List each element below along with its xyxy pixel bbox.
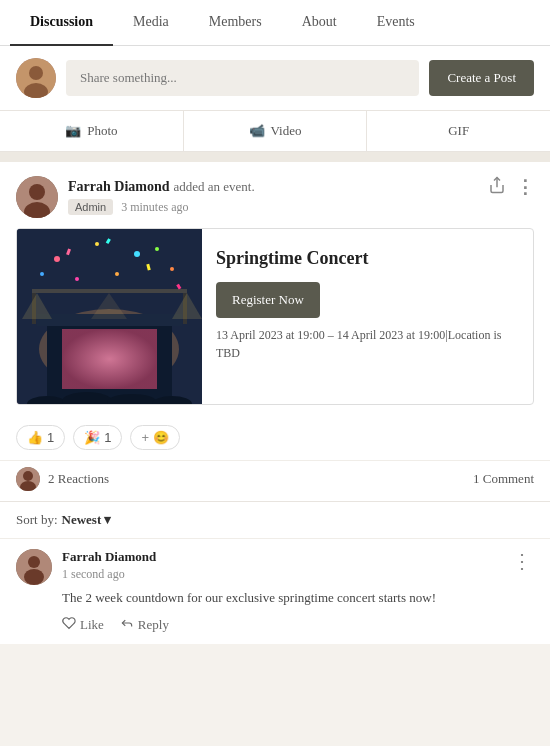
author-details: Farrah Diamond added an event. Admin 3 m…	[68, 179, 255, 215]
create-post-area: Create a Post	[0, 46, 550, 111]
add-reaction-button[interactable]: + 😊	[130, 425, 179, 450]
party-count: 1	[104, 430, 111, 445]
media-buttons: 📷 Photo 📹 Video GIF	[0, 111, 550, 152]
svg-point-26	[170, 267, 174, 271]
tab-about[interactable]: About	[282, 0, 357, 46]
svg-point-24	[95, 242, 99, 246]
svg-point-30	[40, 272, 44, 276]
tab-members[interactable]: Members	[189, 0, 282, 46]
like-action[interactable]: Like	[62, 616, 104, 634]
comment-item: Farrah Diamond 1 second ago ⋮ The 2 week…	[16, 549, 534, 634]
sort-label: Sort by:	[16, 512, 58, 528]
video-button[interactable]: 📹 Video	[184, 111, 368, 151]
comment-body: Farrah Diamond 1 second ago ⋮ The 2 week…	[62, 549, 534, 634]
svg-point-29	[115, 272, 119, 276]
post-timestamp: 3 minutes ago	[121, 200, 188, 215]
svg-rect-12	[62, 329, 157, 389]
svg-point-23	[54, 256, 60, 262]
tab-discussion[interactable]: Discussion	[10, 0, 113, 46]
comments-count[interactable]: 1 Comment	[473, 471, 534, 487]
event-card: Springtime Concert Register Now 13 April…	[16, 228, 534, 405]
separator	[0, 152, 550, 162]
more-options-icon[interactable]: ⋮	[516, 176, 534, 198]
author-avatar	[16, 176, 58, 218]
reply-label: Reply	[138, 617, 169, 633]
add-reaction-label: + 😊	[141, 430, 168, 445]
gif-button[interactable]: GIF	[367, 111, 550, 151]
sort-value-text: Newest	[62, 512, 102, 528]
photo-label: Photo	[87, 123, 117, 139]
author-meta: Admin 3 minutes ago	[68, 199, 255, 215]
tab-media[interactable]: Media	[113, 0, 189, 46]
sort-row: Sort by: Newest ▾	[0, 501, 550, 538]
reactions-row: 👍 1 🎉 1 + 😊	[0, 417, 550, 460]
post-header: Farrah Diamond added an event. Admin 3 m…	[0, 162, 550, 228]
photo-button[interactable]: 📷 Photo	[0, 111, 184, 151]
comment-author-row: Farrah Diamond 1 second ago ⋮	[62, 549, 534, 582]
reactions-summary: 2 Reactions 1 Comment	[0, 460, 550, 501]
thumbs-up-emoji: 👍	[27, 430, 43, 445]
share-icon[interactable]	[488, 176, 506, 198]
sort-value[interactable]: Newest ▾	[62, 512, 112, 528]
camera-icon: 📷	[65, 123, 81, 139]
svg-point-39	[28, 556, 40, 568]
chevron-down-icon: ▾	[104, 512, 111, 528]
video-icon: 📹	[249, 123, 265, 139]
comment-author-info: Farrah Diamond 1 second ago	[62, 549, 156, 582]
comment-author-name: Farrah Diamond	[62, 549, 156, 565]
reactions-avatar	[16, 467, 40, 491]
svg-point-28	[155, 247, 159, 251]
comment-time: 1 second ago	[62, 567, 156, 582]
event-image	[17, 229, 202, 404]
party-emoji: 🎉	[84, 430, 100, 445]
concert-svg	[17, 229, 202, 404]
svg-point-25	[134, 251, 140, 257]
event-title: Springtime Concert	[216, 247, 519, 270]
comment-section: Farrah Diamond 1 second ago ⋮ The 2 week…	[0, 538, 550, 644]
reply-action[interactable]: Reply	[120, 616, 169, 634]
svg-point-36	[23, 471, 33, 481]
thumbs-up-count: 1	[47, 430, 54, 445]
svg-point-4	[29, 184, 45, 200]
comment-author-avatar	[16, 549, 52, 585]
thumbs-up-reaction[interactable]: 👍 1	[16, 425, 65, 450]
post-actions: ⋮	[488, 176, 534, 198]
comment-more-options-icon[interactable]: ⋮	[512, 549, 534, 573]
party-reaction[interactable]: 🎉 1	[73, 425, 122, 450]
svg-point-40	[24, 569, 44, 585]
author-name: Farrah Diamond	[68, 179, 170, 195]
gif-label: GIF	[448, 123, 469, 139]
reactions-left: 2 Reactions	[16, 467, 109, 491]
svg-point-1	[29, 66, 43, 80]
like-label: Like	[80, 617, 104, 633]
tab-events[interactable]: Events	[357, 0, 435, 46]
nav-tabs: Discussion Media Members About Events	[0, 0, 550, 46]
video-label: Video	[271, 123, 302, 139]
svg-rect-15	[32, 289, 187, 293]
reply-icon	[120, 616, 134, 634]
author-name-line: Farrah Diamond added an event.	[68, 179, 255, 195]
create-post-button[interactable]: Create a Post	[429, 60, 534, 96]
register-now-button[interactable]: Register Now	[216, 282, 320, 318]
event-details: Springtime Concert Register Now 13 April…	[202, 229, 533, 404]
event-datetime: 13 April 2023 at 19:00 – 14 April 2023 a…	[216, 326, 519, 362]
heart-icon	[62, 616, 76, 634]
svg-point-27	[75, 277, 79, 281]
share-input[interactable]	[66, 60, 419, 96]
author-action: added an event.	[174, 179, 255, 195]
comment-text: The 2 week countdown for our exclusive s…	[62, 588, 534, 608]
reactions-text: 2 Reactions	[48, 471, 109, 487]
post-card: Farrah Diamond added an event. Admin 3 m…	[0, 162, 550, 644]
admin-badge: Admin	[68, 199, 113, 215]
user-avatar	[16, 58, 56, 98]
comment-actions-row: Like Reply	[62, 616, 534, 634]
post-author-info: Farrah Diamond added an event. Admin 3 m…	[16, 176, 255, 218]
